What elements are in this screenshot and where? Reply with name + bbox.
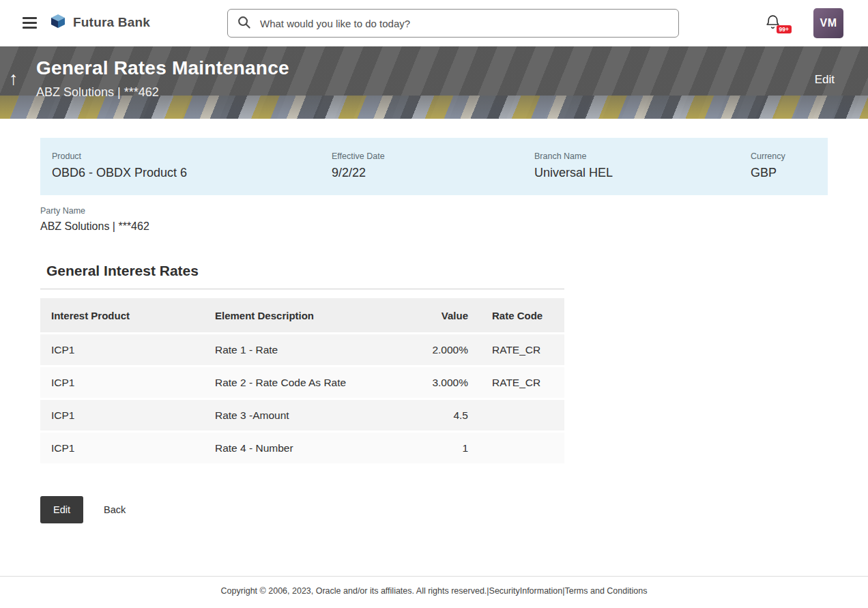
- summary-field-branch-name: Branch Name Universal HEL: [534, 151, 751, 180]
- notification-count-badge: 99+: [777, 25, 792, 34]
- brand-logo[interactable]: Futura Bank: [49, 12, 150, 33]
- cell-element-description: Rate 4 - Number: [215, 442, 372, 454]
- cell-interest-product: ICP1: [40, 344, 215, 356]
- field-value: 9/2/22: [332, 166, 534, 180]
- terms-and-conditions-link[interactable]: Terms and Conditions: [565, 586, 648, 596]
- security-information-link[interactable]: SecurityInformation: [489, 586, 563, 596]
- summary-field-effective-date: Effective Date 9/2/22: [332, 151, 534, 180]
- edit-button[interactable]: Edit: [40, 496, 83, 523]
- column-header-element-description: Element Description: [215, 310, 372, 321]
- cell-element-description: Rate 1 - Rate: [215, 344, 372, 356]
- back-button[interactable]: Back: [100, 504, 130, 516]
- cell-value: 4.5: [372, 409, 468, 422]
- party-name-value: ABZ Solutions | ***462: [40, 220, 828, 233]
- table-row: ICP1 Rate 2 - Rate Code As Rate 3.000% R…: [40, 367, 564, 398]
- search-icon: [237, 15, 251, 32]
- cell-interest-product: ICP1: [40, 377, 215, 389]
- page-banner: ↑ General Rates Maintenance ABZ Solution…: [0, 46, 868, 119]
- field-label: Effective Date: [332, 151, 534, 161]
- cell-rate-code: RATE_CR: [468, 377, 564, 389]
- page-footer: Copyright © 2006, 2023, Oracle and/or it…: [0, 576, 868, 608]
- banner-text: General Rates Maintenance ABZ Solutions …: [36, 57, 289, 100]
- user-avatar[interactable]: VM: [813, 8, 843, 38]
- hamburger-menu-icon[interactable]: [23, 17, 37, 29]
- brand-name: Futura Bank: [73, 15, 150, 30]
- top-header: Futura Bank 99+ VM: [0, 0, 868, 46]
- cell-interest-product: ICP1: [40, 442, 215, 454]
- summary-field-product: Product OBD6 - OBDX Product 6: [52, 151, 332, 180]
- field-value: Universal HEL: [534, 166, 751, 180]
- section-heading: General Interest Rates: [40, 263, 564, 289]
- cell-element-description: Rate 3 -Amount: [215, 409, 372, 422]
- rates-table: Interest Product Element Description Val…: [40, 298, 564, 463]
- field-value: OBD6 - OBDX Product 6: [52, 166, 332, 180]
- copyright-text: Copyright © 2006, 2023, Oracle and/or it…: [221, 586, 487, 596]
- notifications-button[interactable]: 99+: [764, 13, 782, 32]
- main-content: Product OBD6 - OBDX Product 6 Effective …: [0, 138, 868, 523]
- table-row: ICP1 Rate 3 -Amount 4.5: [40, 400, 564, 431]
- field-label: Product: [52, 151, 332, 161]
- global-search: [227, 9, 679, 38]
- cell-value: 3.000%: [372, 377, 468, 389]
- bank-logo-icon: [49, 12, 67, 33]
- table-row: ICP1 Rate 1 - Rate 2.000% RATE_CR: [40, 334, 564, 365]
- cell-value: 1: [372, 442, 468, 454]
- table-row: ICP1 Rate 4 - Number 1: [40, 433, 564, 463]
- page-subtitle: ABZ Solutions | ***462: [36, 85, 289, 100]
- page-title: General Rates Maintenance: [36, 57, 289, 79]
- cell-element-description: Rate 2 - Rate Code As Rate: [215, 377, 372, 389]
- cell-rate-code: RATE_CR: [468, 344, 564, 356]
- party-name-label: Party Name: [40, 206, 828, 216]
- table-header-row: Interest Product Element Description Val…: [40, 298, 564, 332]
- cell-value: 2.000%: [372, 344, 468, 356]
- summary-field-currency: Currency GBP: [751, 151, 828, 180]
- column-header-interest-product: Interest Product: [40, 310, 215, 321]
- column-header-value: Value: [372, 310, 468, 321]
- table-body: ICP1 Rate 1 - Rate 2.000% RATE_CR ICP1 R…: [40, 334, 564, 463]
- party-name-block: Party Name ABZ Solutions | ***462: [40, 206, 828, 233]
- field-label: Currency: [751, 151, 828, 161]
- general-interest-rates-section: General Interest Rates Interest Product …: [40, 263, 564, 463]
- action-buttons: Edit Back: [40, 496, 828, 523]
- record-summary-panel: Product OBD6 - OBDX Product 6 Effective …: [40, 138, 828, 195]
- column-header-rate-code: Rate Code: [468, 310, 564, 321]
- back-to-top-arrow-icon[interactable]: ↑: [9, 69, 18, 87]
- field-label: Branch Name: [534, 151, 751, 161]
- field-value: GBP: [751, 166, 828, 180]
- banner-edit-link[interactable]: Edit: [815, 73, 835, 87]
- search-input[interactable]: [259, 17, 669, 30]
- cell-interest-product: ICP1: [40, 409, 215, 422]
